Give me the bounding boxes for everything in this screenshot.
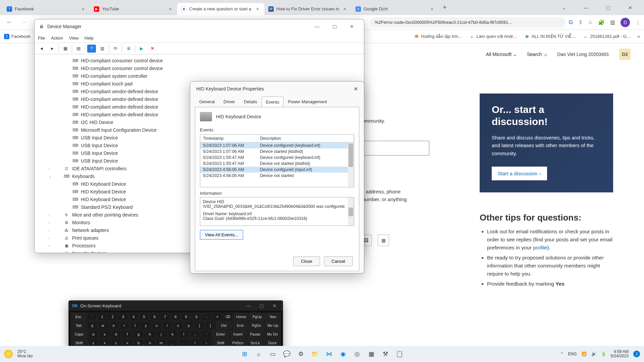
all-microsoft-dropdown[interactable]: All Microsoft ⌄ [486, 52, 517, 57]
close-icon[interactable]: × [342, 6, 347, 12]
scrollbar[interactable] [348, 197, 354, 226]
osk-key[interactable]: Mv Dn [264, 330, 281, 338]
osk-key[interactable]: Esc [71, 313, 86, 321]
osk-key[interactable]: t [130, 321, 140, 329]
scrollbar[interactable] [348, 143, 354, 187]
show-hide-icon[interactable]: ▦ [61, 45, 70, 53]
expand-icon[interactable]: › [49, 165, 50, 173]
minimize-icon[interactable]: — [244, 303, 254, 308]
osk-key[interactable]: Enter [212, 330, 229, 338]
start-icon[interactable]: ⊞ [239, 349, 250, 359]
osk-key[interactable]: Tab [71, 321, 87, 329]
osk-key[interactable]: 7 [160, 313, 170, 321]
view-all-events-button[interactable]: View All Events... [200, 230, 243, 240]
dialog-titlebar[interactable]: HID Keyboard Device Properties ✕ [190, 81, 364, 96]
weather-icon[interactable] [4, 350, 13, 358]
col-description[interactable]: Description [257, 135, 354, 142]
event-row[interactable]: 5/24/2023 1:55:47 AMDevice not started (… [200, 161, 354, 167]
help-icon[interactable]: ? [87, 45, 96, 53]
back-icon[interactable]: ← [3, 19, 15, 26]
osk-key[interactable]: 1 [97, 313, 107, 321]
app-icon[interactable]: ▦ [366, 349, 377, 359]
expand-icon[interactable]: › [49, 211, 50, 219]
event-row[interactable]: 5/24/2023 4:56:05 AMDevice configured (i… [200, 167, 354, 173]
osk-key[interactable]: r [119, 321, 129, 329]
osk-key[interactable]: 2 [108, 313, 117, 321]
osk-key[interactable]: ' [201, 330, 212, 338]
osk-key[interactable]: Caps [71, 330, 88, 338]
osk-key[interactable]: i [162, 321, 172, 329]
osk-key[interactable]: u [152, 321, 162, 329]
new-tab-button[interactable]: + [439, 4, 451, 11]
maximize-icon[interactable]: ▢ [257, 303, 267, 308]
tab-driver-error[interactable]: WHow to Fix Driver Error Issues in× [264, 3, 352, 15]
bookmark-facebook[interactable]: fFacebook [4, 34, 31, 39]
volume-icon[interactable]: 🔊 [591, 352, 596, 356]
language-indicator[interactable]: ENG [568, 352, 577, 356]
event-row[interactable]: 5/24/2023 1:07:06 AMDevice configured (k… [200, 142, 354, 148]
explorer-icon[interactable]: 📁 [310, 349, 320, 359]
information-box[interactable]: Device HID \VID_258A&PID_0033&MI_01&Col0… [200, 197, 354, 226]
maximize-icon[interactable]: ▢ [327, 24, 342, 29]
osk-key[interactable]: Pause [247, 330, 264, 338]
extensions-icon[interactable]: 🧩 [598, 19, 605, 25]
osk-key[interactable]: ` [87, 313, 97, 321]
scan-icon[interactable]: ▥ [98, 45, 107, 53]
dm-titlebar[interactable]: 🖥 Device Manager — ▢ ✕ [35, 19, 364, 34]
event-row[interactable]: 5/24/2023 1:07:06 AMDevice started (kbdh… [200, 148, 354, 155]
events-table[interactable]: Timestamp Description 5/24/2023 1:07:06 … [200, 134, 354, 187]
wifi-icon[interactable]: 📶 [582, 352, 587, 356]
osk-key[interactable]: h [145, 330, 155, 338]
enable-icon[interactable]: ▶ [137, 45, 146, 53]
sidepanel-icon[interactable]: ▥ [610, 19, 615, 25]
settings-icon[interactable]: ⚙ [296, 349, 306, 359]
chevron-up-icon[interactable]: ⌃ [560, 352, 564, 356]
osk-key[interactable]: 0 [192, 313, 201, 321]
bookmark-overflow[interactable]: » [638, 34, 640, 39]
tab-driver[interactable]: Driver [219, 96, 239, 107]
menu-action[interactable]: Action [51, 36, 63, 41]
osk-key[interactable]: e [109, 321, 119, 329]
expand-icon[interactable]: › [49, 250, 50, 253]
forward-icon[interactable]: ► [48, 45, 57, 53]
minimize-icon[interactable]: — [578, 5, 594, 10]
update-icon[interactable]: ⟳ [111, 45, 120, 53]
bookmark-4[interactable]: ▲251661281.pdf - G… [583, 34, 631, 39]
bookmark-3[interactable]: ▦ALL IN ĐIỆN TỬ VIỄ… [524, 34, 576, 39]
star-icon[interactable]: ☆ [588, 19, 593, 25]
close-icon[interactable]: × [429, 6, 435, 12]
maximize-icon[interactable]: ▢ [600, 5, 616, 10]
menu-view[interactable]: View [69, 36, 78, 41]
osk-key[interactable]: j [156, 330, 167, 338]
close-button[interactable]: Close [293, 256, 320, 266]
tab-youtube[interactable]: ▶YouTube× [90, 3, 177, 15]
osk-key[interactable]: End [232, 321, 248, 329]
menu-file[interactable]: File [38, 36, 45, 41]
osk-key[interactable]: 3 [118, 313, 128, 321]
back-icon[interactable]: ◄ [37, 45, 46, 53]
notification-badge[interactable]: 2 [633, 351, 640, 357]
start-discussion-button[interactable]: Start a discussion › [492, 167, 547, 180]
expand-icon[interactable]: › [49, 242, 50, 250]
osk-key[interactable]: [ [195, 321, 205, 329]
task-view-icon[interactable]: ▭ [267, 349, 278, 359]
search-button[interactable]: Search ⌕ [527, 52, 547, 57]
chrome-icon[interactable]: ◎ [352, 349, 363, 359]
search-icon[interactable]: ⌕ [253, 349, 264, 359]
osk-key[interactable]: 9 [181, 313, 191, 321]
event-row[interactable]: 5/24/2023 4:56:05 AMDevice not started [200, 173, 354, 179]
close-icon[interactable]: ✕ [623, 5, 638, 10]
expand-icon[interactable]: › [49, 234, 50, 242]
battery-icon[interactable]: 🔋 [601, 352, 606, 356]
osk-titlebar[interactable]: ⌨ On-Screen Keyboard — ▢ ✕ [69, 301, 283, 311]
tab-create-question[interactable]: ■Create a new question or start a× [177, 3, 264, 15]
tab-general[interactable]: General [195, 96, 219, 107]
event-row[interactable]: 5/24/2023 1:55:47 AMDevice configured (k… [200, 155, 354, 161]
expand-icon[interactable]: › [49, 219, 50, 227]
tab-facebook[interactable]: fFacebook× [3, 3, 90, 15]
clock[interactable]: 4:59 AM5/24/2023 [611, 350, 629, 358]
osk-key[interactable]: a [88, 330, 99, 338]
user-badge[interactable]: D2 [619, 49, 631, 60]
bookmark-1[interactable]: 🐵Hướng dẫn lập trìn… [414, 34, 463, 39]
osk-key[interactable]: l [178, 330, 189, 338]
